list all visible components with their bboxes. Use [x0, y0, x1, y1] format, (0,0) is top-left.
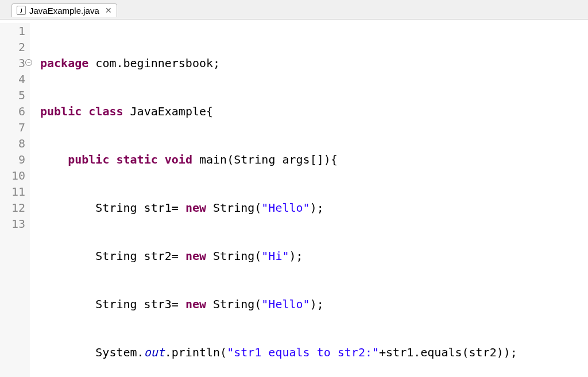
code-content[interactable]: package com.beginnersbook; public class … — [30, 23, 572, 377]
line-number: 8 — [0, 135, 25, 151]
line-number: 11 — [0, 184, 25, 200]
line-number: 2 — [0, 39, 25, 55]
java-file-icon: J — [17, 6, 26, 15]
fold-toggle-icon[interactable]: − — [25, 59, 32, 66]
line-number: 9 — [0, 151, 25, 168]
editor-tab-active[interactable]: J JavaExample.java ✕ — [11, 3, 117, 17]
editor-tab-label: JavaExample.java — [29, 6, 99, 15]
line-number-gutter: 1 2 3− 4 5 6 7 8 9 10 11 12 13 — [0, 23, 30, 377]
line-number: 3− — [0, 55, 25, 71]
code-editor[interactable]: 1 2 3− 4 5 6 7 8 9 10 11 12 13 package c… — [0, 20, 588, 377]
line-number: 4 — [0, 71, 25, 87]
line-number: 12 — [0, 200, 25, 216]
line-number: 6 — [0, 103, 25, 119]
line-number: 13 — [0, 216, 25, 232]
line-number: 7 — [0, 119, 25, 135]
editor-tab-bar: J JavaExample.java ✕ — [0, 0, 588, 20]
line-number: 1 — [0, 23, 25, 39]
line-number: 5 — [0, 87, 25, 103]
close-icon[interactable]: ✕ — [105, 6, 112, 15]
line-number: 10 — [0, 168, 25, 184]
